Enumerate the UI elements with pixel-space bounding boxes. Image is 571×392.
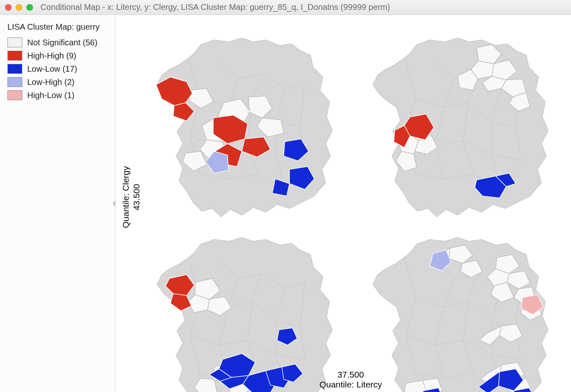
swatch-not-significant — [7, 38, 22, 47]
window-controls — [5, 4, 33, 11]
app-window: Conditional Map - x: Litercy, y: Clergy,… — [0, 0, 571, 392]
map-svg-top-right — [359, 31, 559, 222]
window-title: Conditional Map - x: Litercy, y: Clergy,… — [40, 2, 390, 12]
legend-item-low-high[interactable]: Low-High (2) — [7, 75, 109, 89]
titlebar[interactable]: Conditional Map - x: Litercy, y: Clergy,… — [0, 0, 571, 15]
map-cell-bottom-left[interactable] — [143, 231, 343, 392]
swatch-low-high — [7, 77, 22, 87]
map-svg-bottom-left — [143, 231, 343, 392]
y-axis-label: Quantile: Clergy — [121, 166, 130, 228]
y-axis: Quantile: Clergy 43.500 — [121, 31, 141, 363]
x-axis: 37.500 Quantile: Litercy — [143, 370, 559, 390]
y-axis-break: 43.500 — [132, 184, 141, 210]
plot-content: Quantile: Clergy 43.500 — [116, 15, 571, 392]
legend-item-low-low[interactable]: Low-Low (17) — [7, 62, 109, 75]
legend-label: Low-High (2) — [27, 77, 74, 87]
legend-label: Not Significant (56) — [27, 38, 97, 47]
legend-label: High-High (9) — [27, 51, 76, 61]
map-cell-top-left[interactable] — [143, 31, 343, 222]
legend-item-not-significant[interactable]: Not Significant (56) — [7, 36, 109, 49]
map-cell-bottom-right[interactable] — [359, 231, 559, 392]
small-multiples-grid — [143, 31, 559, 363]
minimize-icon[interactable] — [16, 4, 22, 11]
x-axis-label: Quantile: Litercy — [143, 380, 559, 390]
map-cell-top-right[interactable] — [359, 31, 559, 222]
legend-item-high-high[interactable]: High-High (9) — [7, 49, 109, 62]
x-axis-break: 37.500 — [143, 370, 559, 380]
swatch-low-low — [7, 64, 22, 74]
legend-label: Low-Low (17) — [27, 64, 77, 74]
legend-item-high-low[interactable]: High-Low (1) — [7, 89, 109, 102]
swatch-high-high — [7, 51, 22, 61]
legend-title: LISA Cluster Map: guerry — [7, 22, 109, 32]
window-body: LISA Cluster Map: guerry Not Significant… — [0, 15, 571, 392]
map-svg-bottom-right — [359, 231, 559, 392]
zoom-icon[interactable] — [26, 4, 33, 11]
legend-label: High-Low (1) — [27, 91, 74, 100]
map-svg-top-left — [143, 31, 343, 222]
legend-panel: LISA Cluster Map: guerry Not Significant… — [0, 15, 116, 392]
close-icon[interactable] — [5, 4, 12, 11]
swatch-high-low — [7, 90, 22, 100]
